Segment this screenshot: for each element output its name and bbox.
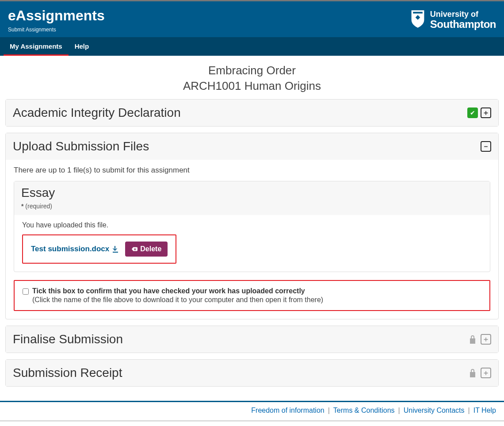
confirm-hint: (Click the name of the file above to dow… [32, 296, 323, 304]
assignment-title: Embracing Order [5, 64, 499, 77]
panel-academic-integrity: Academic Integrity Declaration ✔ ＋ [5, 99, 499, 127]
separator-icon: | [468, 407, 470, 414]
app-subtitle: Submit Assignments [8, 27, 105, 33]
finalise-title: Finalise Submission [13, 332, 123, 346]
check-complete-icon: ✔ [467, 107, 478, 118]
collapse-icon[interactable]: － [481, 141, 491, 152]
confirm-label: Tick this box to confirm that you have c… [32, 287, 323, 295]
panel-finalise: Finalise Submission ＋ [5, 326, 499, 353]
receipt-title: Submission Receipt [13, 366, 122, 380]
university-line1: University of [430, 10, 496, 19]
tab-my-assignments[interactable]: My Assignments [4, 37, 69, 56]
confirm-checkbox[interactable] [23, 288, 29, 295]
confirm-block: Tick this box to confirm that you have c… [14, 280, 490, 311]
upload-title: Upload Submission Files [13, 139, 149, 154]
uploaded-message: You have uploaded this file. [22, 221, 482, 229]
download-icon [112, 246, 119, 253]
footer-ithelp-link[interactable]: IT Help [473, 407, 496, 414]
slot-name: Essay [21, 186, 483, 200]
delete-button[interactable]: Delete [125, 242, 168, 257]
uploaded-file-row: Test submission.docx Delete [22, 234, 176, 264]
university-line2: Southampton [430, 19, 496, 30]
upload-note: There are up to 1 file(s) to submit for … [14, 166, 490, 175]
expand-icon[interactable]: ＋ [481, 334, 491, 345]
expand-icon[interactable]: ＋ [481, 107, 491, 118]
slot-required: * (required) [21, 203, 483, 210]
uploaded-file-link[interactable]: Test submission.docx [31, 245, 119, 253]
uploaded-file-name: Test submission.docx [31, 245, 109, 253]
footer-terms-link[interactable]: Terms & Conditions [333, 407, 395, 414]
panel-receipt: Submission Receipt ＋ [5, 359, 499, 387]
nav-tabs: My Assignments Help [0, 37, 504, 56]
assignment-course: ARCH1001 Human Origins [5, 79, 499, 93]
backspace-icon [131, 246, 137, 252]
footer-links: Freedom of information | Terms & Conditi… [0, 401, 504, 421]
app-title: eAssignments [8, 8, 105, 24]
upload-slot-essay: Essay * (required) You have uploaded thi… [14, 181, 490, 272]
delete-label: Delete [140, 245, 161, 253]
separator-icon: | [398, 407, 400, 414]
footer-foi-link[interactable]: Freedom of information [251, 407, 324, 414]
panel-upload-files: Upload Submission Files － There are up t… [5, 133, 499, 319]
lock-icon [467, 334, 478, 345]
crest-icon [410, 9, 426, 31]
assignment-header: Embracing Order ARCH1001 Human Origins [5, 64, 499, 93]
lock-icon [467, 368, 478, 378]
footer-contacts-link[interactable]: University Contacts [404, 407, 465, 414]
tab-help[interactable]: Help [69, 37, 95, 56]
academic-integrity-title: Academic Integrity Declaration [13, 106, 181, 120]
separator-icon: | [328, 407, 330, 414]
app-header: eAssignments Submit Assignments Universi… [0, 1, 504, 37]
expand-icon[interactable]: ＋ [481, 368, 491, 378]
university-logo: University of Southampton [410, 8, 496, 31]
